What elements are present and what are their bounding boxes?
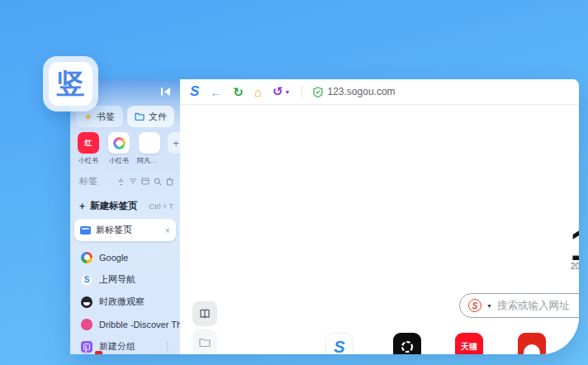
clock-time-partial: 1: [570, 222, 579, 267]
engine-caret-icon[interactable]: ▼: [486, 303, 492, 309]
search-placeholder: 搜索或输入网址: [497, 299, 570, 313]
group-menu-icon[interactable]: ⋮: [164, 345, 172, 348]
history-dropdown[interactable]: ↺ ▼: [273, 84, 291, 99]
sogou-logo-icon[interactable]: S: [190, 83, 199, 100]
xiaohongshu-red-icon: 红: [78, 132, 99, 154]
dock-chatgpt-icon[interactable]: [393, 333, 421, 354]
tab-files[interactable]: 文件: [127, 106, 174, 127]
search-icon[interactable]: [154, 178, 162, 186]
dock-sogou-icon[interactable]: S: [325, 333, 353, 354]
sogou-search-engine-icon[interactable]: S: [468, 299, 481, 312]
home-icon[interactable]: ⌂: [254, 86, 262, 98]
browser-toolbar: S ← ↻ ⌂ ↺ ▼ 123.sogou.com: [180, 79, 579, 105]
new-tab-label: 新建标签页: [90, 200, 138, 212]
dribbble-favicon: [81, 319, 92, 330]
group-indent-guide: [85, 345, 87, 354]
browser-window: ★ 书签 文件 红 小红书 小红书 阿凡达... + 标: [70, 79, 579, 354]
close-tab-icon[interactable]: ×: [165, 225, 170, 235]
shortcut-xiaohongshu-1[interactable]: 红 小红书: [76, 132, 101, 165]
list-item-navigation[interactable]: S 上网导航: [70, 268, 180, 291]
active-tab-item[interactable]: 新标签页 ×: [74, 219, 176, 241]
sort-icon[interactable]: [129, 178, 137, 185]
folder-icon: [135, 112, 145, 121]
active-tab-label: 新标签页: [96, 224, 160, 236]
reload-icon[interactable]: ↻: [233, 86, 244, 98]
new-tab-page-icon: [80, 226, 91, 235]
shortcut-avatar-video[interactable]: 阿凡达...: [137, 132, 162, 165]
url-text: 123.sogou.com: [328, 86, 396, 97]
pin-icon[interactable]: [117, 178, 125, 186]
files-panel-button[interactable]: [192, 329, 217, 354]
sidebar: ★ 书签 文件 红 小红书 小红书 阿凡达... + 标: [70, 79, 180, 354]
dock-tmall-icon[interactable]: 天猫: [455, 333, 483, 354]
video-play-icon: [144, 137, 155, 149]
shortcut-label: 小红书: [78, 156, 98, 165]
list-item-dribbble[interactable]: Dribble -Discover The: [70, 313, 180, 335]
tab-files-label: 文件: [149, 111, 167, 123]
xiaohongshu-ring-icon: [113, 137, 126, 149]
folder-outline-icon: [199, 338, 211, 347]
security-shield-icon: [313, 87, 323, 97]
card-view-icon[interactable]: [141, 178, 149, 185]
sogou-favicon: S: [81, 274, 92, 286]
shortcut-xiaohongshu-2[interactable]: 小红书: [107, 132, 131, 165]
sidebar-shortcuts: 红 小红书 小红书 阿凡达... +: [76, 132, 184, 165]
group-child-favicon: [95, 351, 102, 354]
google-favicon: [81, 252, 92, 263]
tab-bookmarks-label: 书签: [97, 111, 115, 123]
list-item-google[interactable]: Google: [70, 246, 180, 268]
dock-jd-icon[interactable]: [518, 333, 546, 354]
trash-icon[interactable]: [166, 178, 173, 186]
tags-section-title: 标签: [79, 175, 97, 187]
back-icon[interactable]: ←: [210, 86, 222, 98]
history-icon: ↺: [273, 84, 283, 99]
list-item-news[interactable]: 时政微观察: [70, 291, 180, 313]
vertical-badge-glyph: 竖: [49, 62, 92, 106]
new-tab-shortcut-hint: Ctrl + T: [149, 202, 173, 211]
sidebar-tab-list: Google S 上网导航 时政微观察 Dribble -Discover Th…: [70, 246, 180, 354]
sidebar-collapse-icon[interactable]: [160, 87, 172, 97]
shortcut-label: 阿凡达...: [137, 156, 162, 165]
search-bar[interactable]: S ▼ 搜索或输入网址: [459, 293, 579, 318]
tags-section-header: 标签: [79, 175, 173, 187]
main-column: S ← ↻ ⌂ ↺ ▼ 123.sogou.com 1 20: [180, 79, 579, 354]
vertical-badge: 竖: [43, 56, 98, 111]
new-tab-button[interactable]: + 新建标签页 Ctrl + T: [79, 200, 173, 212]
star-icon: ★: [84, 112, 92, 121]
address-bar[interactable]: 123.sogou.com: [313, 86, 396, 97]
shortcut-label: 小红书: [109, 156, 129, 165]
group-favicon: [81, 341, 92, 353]
new-tab-page: 1 20 S ▼ 搜索或输入网址 S 天猫: [180, 105, 579, 354]
toolbar-divider: [301, 86, 302, 97]
open-book-icon: [199, 309, 211, 319]
plus-icon: +: [79, 201, 85, 212]
news-favicon: [81, 296, 92, 308]
clock-date-partial: 20: [571, 262, 579, 271]
caret-down-icon: ▼: [285, 89, 291, 95]
reading-list-button[interactable]: [192, 301, 217, 326]
